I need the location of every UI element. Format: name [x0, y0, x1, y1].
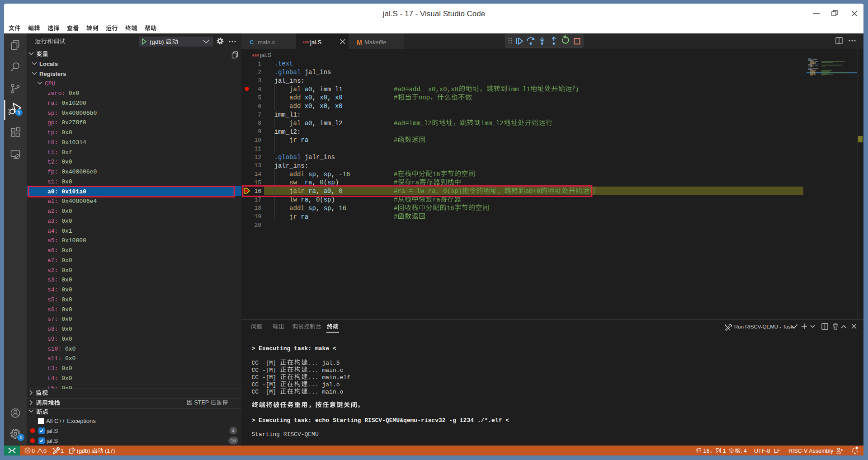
svg-text:0x0: 0x0: [61, 296, 72, 303]
svg-text:#: #: [394, 196, 397, 203]
svg-text:jal.S: jal.S: [46, 437, 58, 444]
svg-text:0x0: 0x0: [61, 218, 72, 225]
svg-text:sp: sp: [308, 205, 316, 212]
svg-text:x0: x0: [305, 94, 312, 101]
svg-text:a2:: a2:: [47, 208, 58, 215]
svg-text:10: 10: [254, 137, 261, 144]
svg-text:gp:: gp:: [47, 119, 58, 126]
svg-text:... main.o: ... main.o: [308, 389, 343, 395]
svg-text:#a0=add x0,x0,x0: #a0=add x0,x0,x0: [394, 86, 458, 93]
svg-text:#: #: [394, 171, 397, 178]
svg-text:.global: .global: [274, 154, 301, 161]
svg-text:ASM: ASM: [251, 54, 259, 57]
svg-text:t1:: t1:: [47, 149, 58, 156]
svg-text:ra: ra: [433, 196, 440, 203]
svg-text:(: (: [324, 179, 327, 186]
svg-text:t0:: t0:: [47, 139, 58, 146]
svg-text:All C++ Exceptions: All C++ Exceptions: [46, 418, 96, 424]
svg-text:0x10000: 0x10000: [61, 237, 86, 244]
svg-text:(17): (17): [104, 448, 115, 454]
svg-text:19: 19: [254, 213, 261, 220]
svg-text:0x0: 0x0: [61, 208, 72, 215]
svg-text:> Executing task: make <: > Executing task: make <: [252, 345, 336, 352]
svg-text:0: 0: [316, 196, 320, 203]
svg-text:0x0: 0x0: [61, 316, 72, 323]
svg-text:jalr: jalr: [289, 188, 305, 195]
svg-text:1: 1: [61, 448, 64, 454]
svg-text:jal.S - 17 - Visual Studio Cod: jal.S - 17 - Visual Studio Code: [382, 9, 485, 18]
svg-text:jal.S: jal.S: [310, 39, 322, 46]
svg-text:Run RISCV-QEMU - Task: Run RISCV-QEMU - Task: [734, 324, 793, 329]
svg-text:a7:: a7:: [47, 257, 58, 264]
svg-text:Makefile: Makefile: [364, 39, 386, 46]
svg-text:16: 16: [702, 448, 709, 454]
svg-text:0: 0: [32, 448, 35, 454]
svg-text:0x408006e4: 0x408006e4: [61, 198, 97, 205]
svg-text:, imm_l2: , imm_l2: [312, 120, 343, 127]
svg-text:jalr_ins:: jalr_ins:: [274, 162, 309, 169]
svg-text:11: 11: [254, 146, 261, 152]
svg-text:sw: sw: [289, 179, 297, 186]
svg-text:7: 7: [258, 112, 261, 118]
svg-text:ra: ra: [308, 188, 316, 195]
svg-text:... jal.S: ... jal.S: [308, 360, 340, 366]
svg-text:jal.S: jal.S: [46, 427, 58, 434]
svg-text:,: ,: [327, 103, 335, 110]
svg-text:ra: ra: [301, 136, 308, 144]
svg-text:main.c: main.c: [258, 39, 275, 46]
svg-text:a3:: a3:: [47, 218, 58, 225]
svg-text:1: 1: [721, 448, 726, 454]
svg-text:17: 17: [254, 197, 261, 203]
svg-text:16: 16: [339, 205, 346, 212]
svg-text:CPU: CPU: [45, 80, 55, 87]
svg-text:15: 15: [254, 179, 261, 186]
svg-text:x0: x0: [335, 94, 343, 101]
svg-text:-16: -16: [339, 171, 350, 178]
svg-text:(gdb): (gdb): [77, 448, 92, 454]
svg-text:(gdb): (gdb): [150, 38, 165, 45]
svg-text:CC -[M]: CC -[M]: [252, 389, 280, 395]
svg-text:t4:: t4:: [47, 375, 58, 382]
svg-text:CC -[M]: CC -[M]: [252, 360, 280, 366]
svg-text:0: 0: [320, 179, 323, 186]
svg-text:LF: LF: [774, 448, 781, 454]
svg-text:s7:: s7:: [47, 316, 58, 323]
svg-text:0: 0: [339, 188, 342, 195]
svg-text:ASM: ASM: [302, 41, 309, 44]
svg-text:.text: .text: [274, 60, 293, 67]
svg-text:0x0: 0x0: [61, 267, 72, 274]
svg-text:Starting RISCV-QEMU: Starting RISCV-QEMU: [252, 431, 319, 438]
svg-text:#: #: [394, 179, 397, 186]
svg-text:16: 16: [447, 205, 454, 212]
svg-text:jal_ins: jal_ins: [301, 69, 331, 76]
svg-text:,: ,: [316, 188, 324, 195]
svg-text:tp:: tp:: [47, 129, 58, 136]
svg-text:0x0: 0x0: [61, 375, 72, 382]
svg-text:0: 0: [43, 448, 47, 454]
svg-text:s5:: s5:: [47, 296, 58, 303]
svg-text:12: 12: [254, 154, 261, 161]
svg-text:a1:: a1:: [47, 198, 58, 205]
svg-text:Registers: Registers: [39, 70, 66, 77]
svg-text:18: 18: [254, 205, 261, 211]
svg-text:t3:: t3:: [47, 365, 58, 372]
svg-text:sp: sp: [324, 171, 331, 178]
svg-text:8: 8: [258, 120, 261, 127]
svg-text:): ): [331, 196, 335, 203]
svg-text:a5:: a5:: [47, 237, 58, 244]
svg-text:imm_l2:: imm_l2:: [274, 128, 301, 136]
svg-text:sp: sp: [327, 179, 335, 186]
svg-text:... main.elf: ... main.elf: [308, 374, 350, 381]
svg-text:0x0: 0x0: [61, 385, 72, 392]
svg-text:1: 1: [18, 110, 20, 115]
svg-text:s2:: s2:: [47, 267, 58, 274]
svg-text:1: 1: [258, 61, 261, 67]
svg-text:,: ,: [331, 171, 339, 178]
svg-text:> Executing task: echo Startin: > Executing task: echo Starting RISCV-QE…: [252, 417, 509, 424]
svg-text:fp:: fp:: [47, 169, 58, 175]
svg-text:0x0: 0x0: [61, 277, 72, 283]
svg-text:#ra = lw ra, 0(sp): #ra = lw ra, 0(sp): [394, 188, 462, 195]
svg-text:3: 3: [258, 77, 261, 84]
svg-text:4: 4: [258, 86, 261, 93]
svg-text:1: 1: [19, 435, 22, 440]
